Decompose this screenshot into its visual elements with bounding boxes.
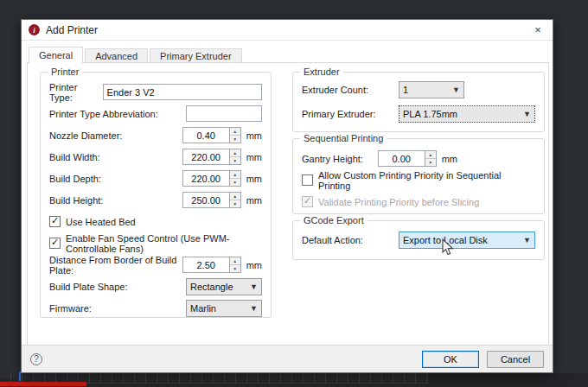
close-icon[interactable]: ×: [530, 22, 546, 38]
nozzle-diameter-label: Nozzle Diameter:: [49, 130, 182, 141]
gantry-height-label: Gantry Height:: [302, 154, 378, 164]
nozzle-diameter-unit: mm: [246, 130, 262, 141]
firmware-row: Firmware: Marlin ▼: [49, 297, 262, 319]
extruder-count-dropdown[interactable]: 1 ▼: [399, 81, 464, 98]
spin-down-icon[interactable]: ▼: [425, 159, 436, 166]
extruder-count-label: Extruder Count:: [302, 85, 399, 95]
spin-down-icon[interactable]: ▼: [230, 265, 240, 272]
ok-button[interactable]: OK: [422, 351, 479, 368]
extruder-count-value: 1: [403, 85, 408, 95]
spin-down-icon[interactable]: ▼: [230, 136, 240, 143]
mouse-cursor-icon: [442, 238, 454, 257]
printer-type-label: Printer Type:: [49, 82, 103, 103]
chevron-down-icon: ▼: [518, 110, 531, 118]
chevron-down-icon: ▼: [447, 86, 460, 94]
printer-abbrev-label: Printer Type Abbreviation:: [49, 109, 186, 119]
fan-control-checkbox[interactable]: ✓: [49, 238, 61, 249]
border-distance-label: Distance From Border of Build Plate:: [49, 255, 182, 276]
tab-general[interactable]: General: [29, 47, 83, 64]
spin-up-icon[interactable]: ▲: [230, 149, 240, 157]
timeline-progress-bar: [0, 382, 86, 386]
printer-type-input[interactable]: [103, 84, 262, 100]
tab-strip: General Advanced Primary Extruder: [29, 46, 244, 63]
plate-shape-label: Build Plate Shape:: [49, 282, 186, 292]
nozzle-diameter-stepper[interactable]: ▲ ▼: [229, 127, 241, 143]
fan-control-row[interactable]: ✓ Enable Fan Speed Control (Use PWM-Cont…: [49, 232, 262, 254]
tab-primary-extruder[interactable]: Primary Extruder: [150, 48, 242, 63]
build-depth-label: Build Depth:: [49, 174, 182, 184]
dialog-titlebar[interactable]: i Add Printer ×: [22, 20, 553, 41]
spin-up-icon[interactable]: ▲: [230, 128, 240, 136]
gcode-export-group: GCode Export Default Action: Export to L…: [292, 220, 545, 260]
build-height-row: Build Height: 250.00 ▲ ▼ mm: [49, 189, 262, 211]
spin-up-icon[interactable]: ▲: [230, 257, 240, 265]
firmware-label: Firmware:: [49, 303, 186, 314]
allow-custom-priority-row[interactable]: Allow Custom Printing Priority in Sequen…: [302, 169, 535, 191]
primary-extruder-row: Primary Extruder: PLA 1.75mm ▼: [302, 102, 535, 126]
build-width-row: Build Width: 220.00 ▲ ▼ mm: [49, 146, 262, 168]
build-depth-stepper[interactable]: ▲ ▼: [229, 170, 241, 187]
chevron-down-icon: ▼: [245, 282, 258, 291]
spin-down-icon[interactable]: ▼: [230, 179, 240, 186]
build-height-stepper[interactable]: ▲ ▼: [229, 192, 241, 208]
build-depth-input[interactable]: 220.00: [182, 170, 229, 187]
build-width-input[interactable]: 220.00: [182, 149, 229, 165]
spin-down-icon[interactable]: ▼: [230, 200, 240, 207]
heated-bed-checkbox[interactable]: ✓: [49, 216, 61, 227]
firmware-dropdown[interactable]: Marlin ▼: [186, 300, 262, 317]
dialog-title: Add Printer: [46, 24, 98, 36]
tab-advanced[interactable]: Advanced: [85, 48, 148, 63]
firmware-value: Marlin: [190, 303, 216, 314]
heated-bed-row[interactable]: ✓ Use Heated Bed: [49, 211, 262, 232]
allow-custom-priority-checkbox[interactable]: [302, 174, 313, 186]
spin-down-icon[interactable]: ▼: [230, 157, 240, 164]
build-width-stepper[interactable]: ▲ ▼: [229, 149, 241, 165]
build-height-input[interactable]: 250.00: [182, 192, 229, 208]
border-distance-input[interactable]: 2.50: [182, 257, 229, 273]
cancel-button[interactable]: Cancel: [487, 351, 544, 368]
checkmark-icon: ✓: [304, 196, 311, 206]
tab-page-general: Printer Printer Type: Printer Type Abbre…: [27, 62, 549, 346]
gantry-height-stepper[interactable]: ▲ ▼: [425, 150, 437, 167]
chevron-down-icon: ▼: [245, 304, 258, 313]
add-printer-dialog: i Add Printer × General Advanced Primary…: [21, 19, 553, 373]
allow-custom-priority-label: Allow Custom Printing Priority in Sequen…: [318, 170, 535, 191]
default-action-dropdown[interactable]: Export to Local Disk ▼: [399, 232, 535, 249]
printer-type-row: Printer Type:: [49, 81, 262, 103]
plate-shape-dropdown[interactable]: Rectangle ▼: [186, 278, 262, 295]
validate-priority-checkbox: ✓: [302, 196, 313, 207]
printer-abbrev-row: Printer Type Abbreviation:: [49, 103, 262, 124]
spin-up-icon[interactable]: ▲: [230, 171, 240, 179]
nozzle-diameter-row: Nozzle Diameter: 0.40 ▲ ▼ mm: [49, 124, 262, 146]
border-distance-unit: mm: [246, 260, 262, 270]
border-distance-stepper[interactable]: ▲ ▼: [229, 257, 241, 273]
validate-priority-label: Validate Printing Priority before Slicin…: [318, 197, 535, 207]
gantry-height-row: Gantry Height: 0.00 ▲ ▼ mm: [302, 148, 535, 169]
checkmark-icon: ✓: [51, 216, 59, 225]
checkmark-icon: ✓: [51, 238, 59, 247]
nozzle-diameter-input[interactable]: 0.40: [182, 127, 229, 143]
extruder-group-title: Extruder: [300, 67, 343, 77]
plate-shape-value: Rectangle: [190, 282, 233, 292]
app-info-icon: i: [29, 24, 40, 35]
printer-group-title: Printer: [48, 67, 82, 77]
extruder-count-row: Extruder Count: 1 ▼: [302, 78, 535, 102]
timeline-strip: [0, 373, 588, 387]
help-icon[interactable]: ?: [30, 353, 42, 365]
primary-extruder-label: Primary Extruder:: [302, 109, 399, 119]
spin-up-icon[interactable]: ▲: [230, 193, 240, 200]
primary-extruder-dropdown[interactable]: PLA 1.75mm ▼: [399, 105, 535, 123]
fan-control-label: Enable Fan Speed Control (Use PWM-Contro…: [66, 233, 262, 254]
border-distance-row: Distance From Border of Build Plate: 2.5…: [49, 254, 262, 276]
spin-up-icon[interactable]: ▲: [425, 151, 436, 159]
default-action-label: Default Action:: [302, 235, 399, 245]
build-width-unit: mm: [246, 152, 262, 162]
default-action-row: Default Action: Export to Local Disk ▼: [302, 228, 535, 252]
sequential-group-title: Sequential Printing: [300, 133, 387, 143]
printer-abbrev-input[interactable]: [186, 105, 262, 122]
primary-extruder-value: PLA 1.75mm: [403, 109, 457, 119]
gantry-height-input[interactable]: 0.00: [378, 150, 425, 167]
validate-priority-row: ✓ Validate Printing Priority before Slic…: [302, 191, 535, 213]
build-height-label: Build Height:: [49, 195, 182, 206]
build-width-label: Build Width:: [49, 152, 182, 162]
